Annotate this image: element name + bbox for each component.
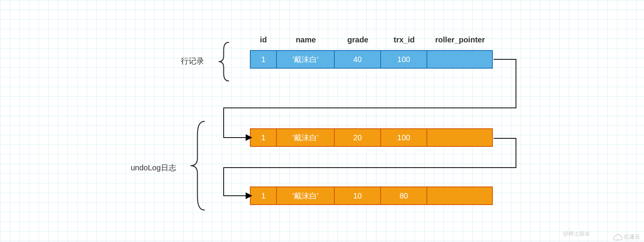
header-id: id — [250, 35, 277, 44]
svg-marker-1 — [246, 193, 251, 198]
column-headers: id name grade trx_id roller_pointer — [250, 35, 493, 44]
watermark-yisu-text: 亿速云 — [624, 234, 640, 240]
header-name: name — [277, 35, 335, 44]
brace-undo-log — [185, 119, 208, 212]
header-trx-id: trx_id — [381, 35, 427, 44]
watermark-juejin: @稀土掘金 — [563, 230, 590, 237]
watermark-yisu: 亿速云 — [612, 234, 640, 240]
header-roller-pointer: roller_pointer — [427, 35, 493, 44]
arrow-pointer-1-to-2 — [216, 58, 521, 143]
header-grade: grade — [335, 35, 381, 44]
arrow-pointer-2-to-3 — [216, 137, 521, 202]
cloud-icon — [612, 234, 622, 240]
label-undo-log: undoLog日志 — [131, 163, 176, 173]
label-row-record: 行记录 — [181, 56, 204, 66]
